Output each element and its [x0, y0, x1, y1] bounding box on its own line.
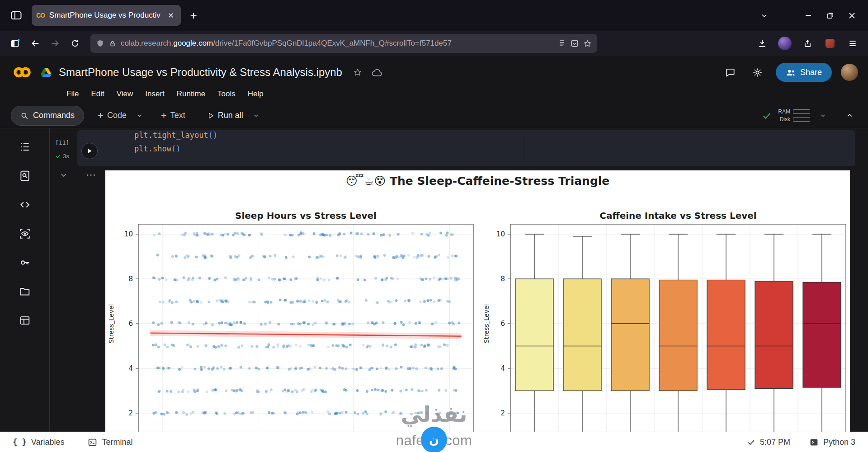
chevron-down-icon[interactable]: [250, 107, 262, 125]
collapse-icon[interactable]: [842, 107, 857, 125]
notebook-area: [11] 3s plt.tight_layout()plt.show() ⋯ 😴…: [50, 128, 868, 432]
settings-gear-icon[interactable]: [749, 63, 767, 81]
svg-text:Stress_Level: Stress_Level: [108, 304, 115, 344]
exec-count: [11]: [55, 139, 69, 146]
saved-check-icon: [747, 438, 755, 447]
resources-gauges[interactable]: RAM Disk: [778, 108, 810, 122]
notebook-title[interactable]: SmartPhone Usage vs Productivity & Stres…: [59, 66, 342, 79]
svg-text:4: 4: [128, 364, 133, 372]
plus-icon: +: [98, 111, 104, 121]
shield-icon[interactable]: [96, 39, 104, 48]
status-time: 5:07 PM: [760, 438, 790, 447]
chart-title-scatter: Sleep Hours vs Stress Level: [138, 210, 473, 221]
commands-label: Commands: [33, 111, 75, 120]
svg-text:10: 10: [124, 230, 133, 238]
output-figure: 😴☕😵 The Sleep-Caffeine-Stress Triangle S…: [105, 170, 850, 432]
close-button[interactable]: [843, 6, 861, 24]
menu-item-tools[interactable]: Tools: [217, 89, 236, 99]
main-area: [11] 3s plt.tight_layout()plt.show() ⋯ 😴…: [0, 128, 868, 432]
sidebar-item-files-folder[interactable]: [18, 285, 32, 298]
people-icon: [786, 69, 796, 76]
search-icon: [20, 112, 28, 120]
user-avatar[interactable]: [841, 64, 858, 81]
code-cell[interactable]: plt.tight_layout()plt.show(): [77, 130, 855, 166]
tabs-list-icon[interactable]: [755, 6, 773, 24]
back-button[interactable]: [26, 34, 44, 52]
code-line[interactable]: plt.tight_layout(): [134, 130, 217, 142]
svg-text:2: 2: [128, 409, 133, 417]
bookmark-star-icon[interactable]: [583, 39, 592, 48]
resources-dropdown-icon[interactable]: [816, 107, 829, 125]
run-all-button[interactable]: Run all: [203, 107, 248, 125]
sidebar-item-find-replace[interactable]: [18, 169, 32, 183]
add-code-button[interactable]: +Code: [93, 107, 131, 125]
colab-toolbar: Commands +Code +Text Run all RAM Disk: [0, 103, 868, 128]
new-tab-button[interactable]: +: [184, 6, 203, 24]
sidebar-item-secrets-key[interactable]: [18, 256, 32, 269]
firefox-view-icon[interactable]: [7, 6, 25, 24]
window-icon[interactable]: [6, 34, 24, 52]
minimize-button[interactable]: [799, 6, 817, 24]
terminal-button[interactable]: Terminal: [88, 438, 132, 447]
menu-item-help[interactable]: Help: [248, 89, 264, 99]
sidebar-item-table-of-contents[interactable]: [18, 140, 32, 154]
kernel-label[interactable]: Python 3: [823, 438, 855, 447]
drive-icon: [41, 68, 52, 77]
downloads-icon[interactable]: [753, 34, 771, 52]
disk-gauge: [793, 117, 810, 122]
browser-nav-bar: colab.research.google.com/drive/1Fa0fGvb…: [0, 31, 868, 56]
menu-item-edit[interactable]: Edit: [91, 89, 104, 99]
svg-text:2: 2: [500, 409, 505, 417]
url-text[interactable]: colab.research.google.com/drive/1Fa0fGvb…: [121, 39, 553, 48]
svg-text:8: 8: [128, 275, 133, 283]
menu-icon[interactable]: [844, 34, 862, 52]
variables-button[interactable]: { } Variables: [13, 438, 64, 447]
menu-item-runtime[interactable]: Runtime: [177, 89, 205, 99]
output-menu-icon[interactable]: ⋯: [86, 169, 97, 181]
chevron-down-icon[interactable]: [134, 107, 146, 125]
tab-close-icon[interactable]: [165, 10, 176, 21]
svg-text:8: 8: [500, 275, 505, 283]
menu-item-view[interactable]: View: [117, 89, 133, 99]
menu-item-insert[interactable]: Insert: [145, 89, 165, 99]
scatter-plot: 246810Stress_Level: [105, 220, 481, 432]
reader-mode-icon[interactable]: [558, 39, 566, 47]
star-icon[interactable]: [349, 63, 367, 81]
code-line[interactable]: plt.show(): [134, 142, 217, 155]
sidebar-item-data-table[interactable]: [18, 314, 32, 327]
share-icon[interactable]: [798, 34, 816, 52]
sidebar-item-code-snippets[interactable]: [18, 198, 32, 212]
browser-tab-bar: CO SmartPhone Usage vs Productiv +: [0, 0, 868, 31]
commands-button[interactable]: Commands: [11, 106, 84, 126]
share-button[interactable]: Share: [776, 63, 832, 82]
cloud-icon[interactable]: [368, 63, 387, 81]
add-text-button[interactable]: +Text: [156, 107, 190, 125]
url-bar[interactable]: colab.research.google.com/drive/1Fa0fGvb…: [90, 34, 597, 53]
output-collapse-icon[interactable]: [60, 171, 68, 179]
comment-icon[interactable]: [722, 63, 740, 81]
kernel-icon: [809, 438, 819, 447]
lock-icon[interactable]: [109, 39, 116, 48]
save-page-icon[interactable]: [571, 39, 579, 47]
profile-avatar[interactable]: [776, 34, 794, 52]
cell-divider: [525, 130, 525, 166]
sidebar-item-inspector[interactable]: [18, 227, 32, 240]
svg-text:Stress_Level: Stress_Level: [483, 304, 490, 344]
play-icon: [207, 112, 214, 119]
menu-item-file[interactable]: File: [66, 89, 79, 99]
braces-icon: { }: [13, 438, 27, 447]
browser-tab[interactable]: CO SmartPhone Usage vs Productiv: [32, 5, 181, 26]
svg-text:6: 6: [128, 320, 133, 328]
extension-icon[interactable]: [821, 34, 839, 52]
share-label: Share: [800, 68, 822, 77]
maximize-button[interactable]: [821, 6, 839, 24]
colab-favicon: CO: [36, 12, 45, 19]
colab-logo[interactable]: [10, 66, 34, 79]
colab-header: SmartPhone Usage vs Productivity & Stres…: [0, 56, 868, 103]
reload-button[interactable]: [66, 34, 84, 52]
run-cell-button[interactable]: [81, 143, 98, 159]
disk-label: Disk: [778, 116, 790, 122]
ram-label: RAM: [778, 108, 790, 115]
plus-icon: +: [161, 111, 167, 121]
code-editor[interactable]: plt.tight_layout()plt.show(): [134, 130, 217, 155]
